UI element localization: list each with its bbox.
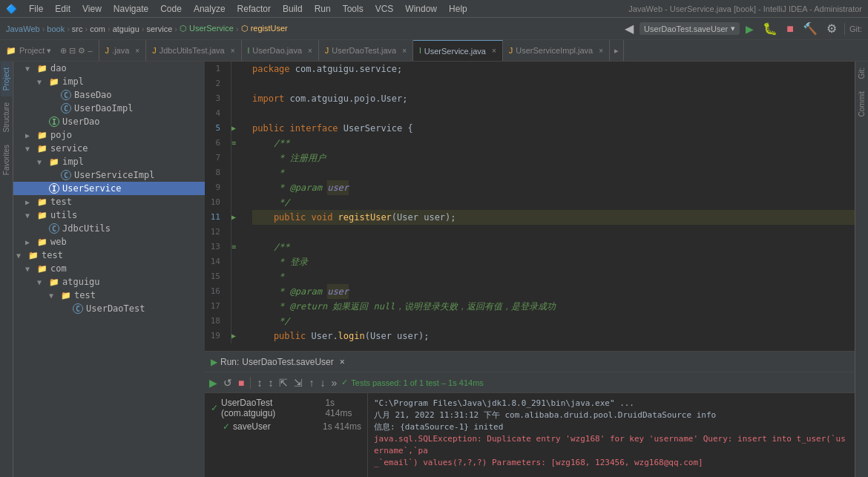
tree-userserviceimpl[interactable]: ▶ C UserServiceImpl — [13, 168, 205, 182]
tab-more[interactable]: ▸ — [610, 40, 624, 61]
utils-label: utils — [50, 210, 77, 220]
tree-atguigu[interactable]: ▼ 📁 atguigu — [13, 275, 205, 289]
utils-folder-icon: 📁 — [37, 211, 47, 220]
menu-view[interactable]: View — [82, 4, 102, 14]
menu-code[interactable]: Code — [160, 4, 182, 14]
userdao-label2: UserDao — [62, 116, 100, 127]
ln-1: 1 — [205, 62, 225, 76]
tree-dao[interactable]: ▼ 📁 dao — [13, 62, 205, 75]
run-stop-btn[interactable]: ■ — [237, 375, 246, 390]
tab-jdbcutilstest[interactable]: J JdbcUtilsTest.java × — [146, 40, 241, 61]
breadcrumb-com[interactable]: com — [90, 24, 105, 33]
run-rerun-btn[interactable]: ↺ — [222, 375, 234, 390]
tab-close-userserviceimpl[interactable]: × — [599, 47, 603, 55]
back-button[interactable]: ◀ — [622, 20, 637, 37]
menu-refactor[interactable]: Refactor — [237, 4, 271, 14]
tree-userdaoimpl[interactable]: ▶ C UserDaoImpl — [13, 102, 205, 115]
tree-jdbcutils[interactable]: ▶ C JdbcUtils — [13, 222, 205, 235]
menu-edit[interactable]: Edit — [55, 4, 70, 14]
code-content[interactable]: package com.atguigu.service; import com.… — [246, 62, 855, 343]
test-saveuser-label: saveUser — [233, 421, 271, 432]
tree-test[interactable]: ▶ 📁 test — [13, 195, 205, 208]
tab-close-userdaotest[interactable]: × — [402, 47, 407, 55]
down-btn[interactable]: ↓ — [318, 375, 326, 390]
tree-service-impl[interactable]: ▼ 📁 impl — [13, 155, 205, 168]
menu-analyze[interactable]: Analyze — [194, 4, 226, 14]
dao-folder-icon: 📁 — [37, 64, 47, 73]
app-icon: 🔷 — [6, 4, 17, 14]
code-line-14: * 登录 — [252, 254, 855, 269]
tab-userdao[interactable]: I UserDao.java × — [242, 40, 319, 61]
test-userdaotest-time: 1s 414ms — [325, 398, 361, 418]
tree-test-root[interactable]: ▼ 📁 test — [13, 249, 205, 262]
breadcrumb-src[interactable]: src — [72, 24, 83, 33]
test-label: test — [50, 197, 72, 207]
tab-userserviceimpl[interactable]: J UserServiceImpl.java × — [503, 40, 610, 61]
sort-btn2[interactable]: ↕ — [266, 375, 274, 390]
tree-com[interactable]: ▼ 📁 com — [13, 262, 205, 275]
breadcrumb-book[interactable]: book — [47, 24, 65, 33]
web-folder-icon: 📁 — [37, 237, 47, 247]
code-editor[interactable]: 1 2 3 4 5 6 7 8 9 10 11 12 13 14 — [205, 62, 855, 351]
breadcrumb-service[interactable]: service — [146, 24, 172, 33]
test-item-userdaotest[interactable]: ✓ UserDaoTest (com.atguigu) 1s 414ms — [205, 396, 367, 420]
right-tab-git[interactable]: Git: — [856, 62, 867, 85]
service-impl-label: impl — [62, 157, 84, 167]
left-tab-project[interactable]: Project — [1, 62, 12, 96]
tree-web[interactable]: ▶ 📁 web — [13, 235, 205, 249]
breadcrumb-registuser[interactable]: ⬡ registUser — [241, 24, 288, 33]
collapse-all-btn[interactable]: ⇲ — [292, 375, 304, 390]
menu-file[interactable]: File — [29, 4, 43, 14]
menu-run[interactable]: Run — [315, 4, 331, 14]
menu-help[interactable]: Help — [449, 4, 467, 14]
run-button[interactable]: ▶ — [743, 22, 757, 36]
code-line-1: package com.atguigu.service; — [252, 62, 855, 76]
build-button[interactable]: 🔨 — [800, 20, 821, 37]
ln-5: 5 — [205, 121, 225, 136]
breadcrumb-userservice[interactable]: ⬡ UserService — [180, 24, 234, 33]
run-tab-close[interactable]: × — [340, 357, 345, 367]
com-folder-icon: 📁 — [37, 264, 47, 274]
tab-userdaotest[interactable]: J UserDaoTest.java × — [319, 40, 413, 61]
up-btn[interactable]: ↑ — [307, 375, 315, 390]
tree-service[interactable]: ▼ 📁 service — [13, 142, 205, 155]
tab-close-jdbctest[interactable]: × — [231, 47, 235, 55]
tree-dao-impl[interactable]: ▼ 📁 impl — [13, 75, 205, 88]
run-start-btn[interactable]: ▶ — [208, 375, 219, 390]
tab-java-unnamed[interactable]: J .java × — [99, 40, 147, 61]
run-config-dropdown[interactable]: UserDaoTest.saveUser ▾ — [640, 22, 740, 35]
more-btn[interactable]: » — [329, 375, 338, 390]
sort-alpha-btn[interactable]: ↕ — [255, 375, 263, 390]
tree-userservice[interactable]: ▶ I UserService — [13, 182, 205, 195]
tree-basedao[interactable]: ▶ C BaseDao — [13, 88, 205, 102]
left-tab-structure[interactable]: Structure — [1, 96, 12, 139]
tree-userdao[interactable]: ▶ I UserDao — [13, 115, 205, 128]
menu-navigate[interactable]: Navigate — [114, 4, 148, 14]
left-tab-favorites[interactable]: Favorites — [1, 139, 12, 181]
expand-userserviceimpl-tree: ▶ — [49, 171, 58, 180]
menu-build[interactable]: Build — [283, 4, 303, 14]
right-tab-commit[interactable]: Commit — [856, 85, 867, 122]
stop-button[interactable]: ■ — [783, 21, 797, 37]
expand-all-btn[interactable]: ⇱ — [277, 375, 289, 390]
menu-tools[interactable]: Tools — [343, 4, 364, 14]
breadcrumb-atguigu[interactable]: atguigu — [113, 24, 139, 33]
tab-close-unnamed[interactable]: × — [135, 47, 139, 55]
tree-userdaotest[interactable]: ▶ C UserDaoTest — [13, 302, 205, 315]
tab-close-userservice[interactable]: × — [492, 47, 496, 55]
test-item-saveuser[interactable]: ✓ saveUser 1s 414ms — [205, 420, 367, 433]
debug-button[interactable]: 🐛 — [760, 20, 780, 37]
menu-window[interactable]: Window — [405, 4, 437, 14]
breadcrumb-javaweb[interactable]: JavaWeb — [6, 24, 40, 33]
tab-userservice[interactable]: I UserService.java × — [413, 40, 503, 61]
test-tree: ✓ UserDaoTest (com.atguigu) 1s 414ms ✓ s… — [205, 393, 368, 477]
tab-close-userdao[interactable]: × — [308, 47, 312, 55]
gutter-icons: ▶ ≡ ▶ ≡ ▶ — [231, 62, 246, 343]
tree-pojo[interactable]: ▶ 📁 pojo — [13, 128, 205, 142]
tree-test-pkg[interactable]: ▼ 📁 test — [13, 289, 205, 302]
tab-java-label: .java — [112, 46, 129, 55]
menu-vcs[interactable]: VCS — [375, 4, 394, 14]
java-file-icon: J — [105, 46, 110, 55]
tree-utils[interactable]: ▼ 📁 utils — [13, 208, 205, 222]
settings-button[interactable]: ⚙ — [823, 20, 840, 37]
